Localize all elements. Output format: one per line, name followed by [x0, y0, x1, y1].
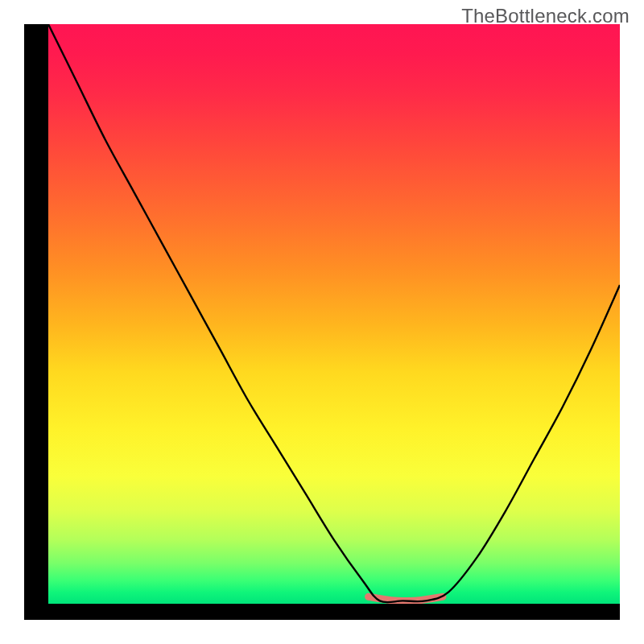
curve-path — [48, 24, 620, 602]
chart-container: TheBottleneck.com — [0, 0, 644, 644]
bottleneck-curve — [48, 24, 620, 604]
watermark-text: TheBottleneck.com — [461, 5, 630, 27]
